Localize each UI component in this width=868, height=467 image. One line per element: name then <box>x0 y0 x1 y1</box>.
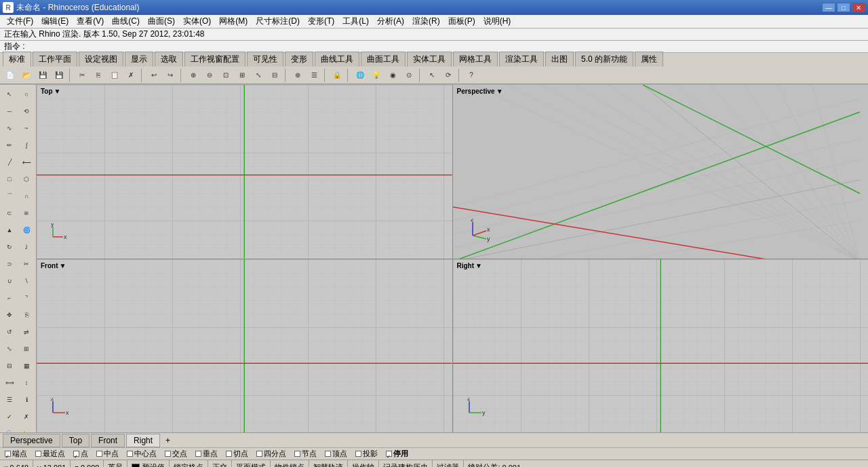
menu-item-v[interactable]: 查看(V) <box>73 14 108 29</box>
toolbar-tab-9[interactable]: 曲面工具 <box>361 52 406 67</box>
vp-tab-perspective[interactable]: Perspective <box>3 434 60 447</box>
menu-item-t[interactable]: 变形(T) <box>304 14 338 29</box>
toolbar-tab-13[interactable]: 出图 <box>545 52 574 67</box>
menu-item-h[interactable]: 说明(H) <box>479 14 515 29</box>
menu-item-d[interactable]: 尺寸标注(D) <box>252 14 304 29</box>
undo-button[interactable]: ↩ <box>146 68 161 83</box>
menu-item-p[interactable]: 面板(P) <box>444 14 479 29</box>
toolbar-tab-5[interactable]: 工作视窗配置 <box>184 52 245 67</box>
snap-item-节点[interactable]: 节点 <box>292 449 319 459</box>
snap-item-最近点[interactable]: 最近点 <box>33 449 67 459</box>
tool-btn-15-1[interactable]: ⊞ <box>18 341 35 357</box>
tool-btn-6-1[interactable]: ∩ <box>18 188 35 204</box>
maximize-button[interactable]: □ <box>837 3 850 12</box>
right-viewport[interactable]: Right ▼ z y <box>453 259 869 433</box>
toolbar-tab-14[interactable]: 5.0 的新功能 <box>575 52 633 67</box>
tool-btn-17-1[interactable]: ↕ <box>18 375 35 391</box>
tool-btn-11-1[interactable]: ∖ <box>18 273 35 289</box>
perspective-label[interactable]: Perspective ▼ <box>457 88 503 95</box>
delete-button[interactable]: ✗ <box>123 68 138 83</box>
close-button[interactable]: ✕ <box>852 3 865 12</box>
minimize-button[interactable]: — <box>822 3 835 12</box>
tool-btn-5-1[interactable]: ⬡ <box>18 171 35 187</box>
ortho-btn[interactable]: 正交 <box>208 460 232 467</box>
toolbar-tab-4[interactable]: 选取 <box>155 52 183 67</box>
menu-item-s[interactable]: 曲面(S) <box>144 14 179 29</box>
smart-track-btn[interactable]: 智慧轨迹 <box>309 460 348 467</box>
menu-item-l[interactable]: 工具(L) <box>338 14 373 29</box>
right-label[interactable]: Right ▼ <box>457 262 482 269</box>
tool-btn-12-1[interactable]: ⌝ <box>18 290 35 306</box>
toolbar-tab-1[interactable]: 工作平面 <box>33 52 77 67</box>
snap-item-中心点[interactable]: 中心点 <box>125 449 159 459</box>
grid-button[interactable]: ☰ <box>307 68 321 83</box>
perspective-viewport[interactable]: Perspective ▼ z y x <box>453 85 869 259</box>
snap-item-垂点[interactable]: 垂点 <box>193 449 220 459</box>
tool-btn-19-1[interactable]: ✗ <box>18 409 35 425</box>
tool-btn-14-1[interactable]: ⇌ <box>18 324 35 340</box>
lock-grid-btn[interactable]: 锁定格点 <box>170 460 208 467</box>
tool-btn-3-0[interactable]: ✏ <box>1 137 18 153</box>
menu-item-f[interactable]: 文件(F) <box>3 14 37 29</box>
toolbar-tab-10[interactable]: 实体工具 <box>407 52 452 67</box>
snap-item-中点[interactable]: 中点 <box>94 449 121 459</box>
snap-item-顶点[interactable]: 顶点 <box>323 449 349 459</box>
open-button[interactable]: 📂 <box>19 68 34 83</box>
gumball-btn[interactable]: 操作轴 <box>348 460 379 467</box>
tool-btn-12-0[interactable]: ⌐ <box>1 290 18 306</box>
tool-btn-0-1[interactable]: ○ <box>18 86 35 102</box>
tool-btn-16-0[interactable]: ⊟ <box>1 358 18 374</box>
tool-btn-16-1[interactable]: ▦ <box>18 358 35 374</box>
tool-btn-1-0[interactable]: ─ <box>1 103 18 119</box>
toolbar-tab-8[interactable]: 曲线工具 <box>315 52 359 67</box>
lock-button[interactable]: 🔒 <box>330 68 344 83</box>
toolbar-tab-6[interactable]: 可见性 <box>247 52 283 67</box>
tool-btn-14-0[interactable]: ↺ <box>1 324 18 340</box>
tool-btn-5-0[interactable]: □ <box>1 171 18 187</box>
tool-btn-0-0[interactable]: ↖ <box>1 86 18 102</box>
snap-item-端点[interactable]: 端点 <box>3 449 29 459</box>
zoom-in-button[interactable]: ⊕ <box>186 68 201 83</box>
toolbar-tab-3[interactable]: 显示 <box>125 52 153 67</box>
tool-btn-18-1[interactable]: ℹ <box>18 392 35 408</box>
toolbar-tab-11[interactable]: 网格工具 <box>453 52 498 67</box>
tool-btn-7-1[interactable]: ≅ <box>18 205 35 221</box>
tool-btn-9-0[interactable]: ↻ <box>1 239 18 255</box>
menu-item-m[interactable]: 网格(M) <box>215 14 252 29</box>
zoom-out-button[interactable]: ⊖ <box>202 68 217 83</box>
save-button[interactable]: 💾 <box>35 68 50 83</box>
tool-btn-11-0[interactable]: ∪ <box>1 273 18 289</box>
tool-btn-18-0[interactable]: ☰ <box>1 392 18 408</box>
snap-item-点[interactable]: 点 <box>71 449 90 459</box>
right-dropdown-icon[interactable]: ▼ <box>475 262 482 269</box>
tool-btn-10-1[interactable]: ✂ <box>18 256 35 272</box>
vp-tab-add[interactable]: + <box>161 434 174 447</box>
tool-btn-2-0[interactable]: ∿ <box>1 120 18 136</box>
toolbar-tab-0[interactable]: 标准 <box>3 52 31 67</box>
tool-btn-6-0[interactable]: ⌒ <box>1 188 18 204</box>
light-button[interactable]: 💡 <box>369 68 384 83</box>
zoom-window-button[interactable]: ⊞ <box>235 68 250 83</box>
toolbar-tab-7[interactable]: 变形 <box>285 52 313 67</box>
tool-btn-9-1[interactable]: ⤸ <box>18 239 35 255</box>
tool-btn-4-1[interactable]: ⟵ <box>18 154 35 170</box>
snap-item-交点[interactable]: 交点 <box>163 449 189 459</box>
vp-tab-top[interactable]: Top <box>62 434 90 447</box>
copy-button[interactable]: ⎘ <box>91 68 106 83</box>
snap-item-停用[interactable]: 停用 <box>384 449 410 459</box>
cut-button[interactable]: ✂ <box>75 68 90 83</box>
vp-tab-front[interactable]: Front <box>91 434 125 447</box>
tool-btn-15-0[interactable]: ⤡ <box>1 341 18 357</box>
cam-button[interactable]: ⊙ <box>401 68 416 83</box>
tool-btn-7-0[interactable]: ⊂ <box>1 205 18 221</box>
snap-item-四分点[interactable]: 四分点 <box>254 449 288 459</box>
saveas-button[interactable]: 💾 <box>52 68 66 83</box>
menu-item-c[interactable]: 曲线(C) <box>108 14 144 29</box>
paste-button[interactable]: 📋 <box>107 68 122 83</box>
tool-btn-20-1[interactable]: 📐 <box>18 426 35 432</box>
toolbar-tab-15[interactable]: 属性 <box>635 52 663 67</box>
tool-btn-13-0[interactable]: ✥ <box>1 307 18 323</box>
planar-btn[interactable]: 平面模式 <box>232 460 271 467</box>
object-snap-btn[interactable]: 物件锁点 <box>271 460 309 467</box>
front-label[interactable]: Front ▼ <box>41 262 66 269</box>
